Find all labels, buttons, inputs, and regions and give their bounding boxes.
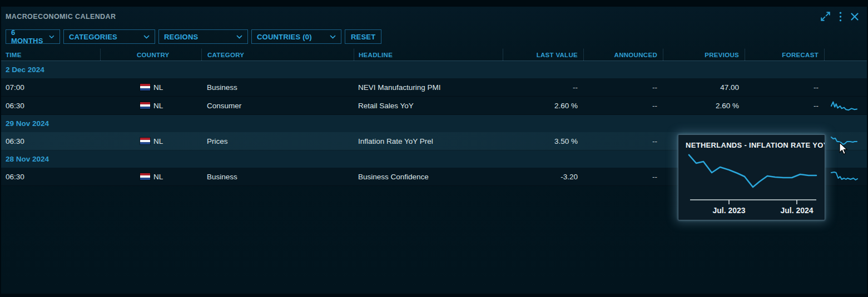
cell-sparkline <box>824 78 867 96</box>
column-header-announced[interactable]: ANNOUNCED <box>583 49 663 61</box>
titlebar-icons <box>820 11 859 22</box>
column-header-last-value[interactable]: LAST VALUE <box>503 49 583 61</box>
regions-dropdown[interactable]: REGIONS <box>158 29 248 44</box>
cell-headline: Retail Sales YoY <box>354 97 503 114</box>
period-dropdown-label: 6 MONTHS <box>11 28 44 45</box>
sparkline-chart[interactable] <box>831 171 857 182</box>
cell-previous: 47.00 <box>663 78 745 96</box>
cell-announced: -- <box>583 168 663 185</box>
reset-button[interactable]: RESET <box>345 29 381 44</box>
filter-bar: 6 MONTHS CATEGORIES REGIONS COUNTRIES (0… <box>6 29 867 44</box>
column-header-category[interactable]: CATEGORY <box>201 49 354 61</box>
column-header-forecast[interactable]: FORECAST <box>745 49 824 61</box>
cell-category: Business <box>201 78 354 96</box>
column-header-headline[interactable]: HEADLINE <box>354 49 503 61</box>
chevron-down-icon <box>330 35 336 39</box>
country-code: NL <box>153 173 163 181</box>
chevron-down-icon <box>143 35 150 39</box>
cell-category: Prices <box>201 132 354 150</box>
countries-dropdown-label: COUNTRIES (0) <box>257 33 312 41</box>
date-group-label: 29 Nov 2024 <box>1 119 49 128</box>
chevron-down-icon <box>49 35 54 39</box>
cell-last-value: -- <box>503 78 583 96</box>
cell-last-value: -3.20 <box>503 168 583 185</box>
cell-country: NL <box>100 78 201 96</box>
kebab-menu-icon[interactable] <box>839 12 842 22</box>
period-dropdown[interactable]: 6 MONTHS <box>6 29 60 44</box>
chevron-down-icon <box>236 35 242 39</box>
date-group-label: 28 Nov 2024 <box>1 155 49 163</box>
country-code: NL <box>153 137 163 145</box>
cell-forecast: -- <box>745 97 824 114</box>
cell-last-value: 3.50 % <box>503 132 583 150</box>
sparkline-chart[interactable] <box>831 100 857 111</box>
cell-country: NL <box>100 132 201 150</box>
panel-title: MACROECONOMIC CALENDAR <box>6 13 116 21</box>
date-group-row: 29 Nov 2024 <box>1 115 867 132</box>
cell-country: NL <box>100 97 201 114</box>
column-header-sparkline <box>824 49 867 61</box>
cell-announced: -- <box>583 132 663 150</box>
cell-sparkline <box>824 168 867 185</box>
cell-time: 06:30 <box>1 97 100 114</box>
expand-icon[interactable] <box>820 11 831 22</box>
tooltip-tick-jul-2024: Jul. 2024 <box>780 206 813 215</box>
table-row[interactable]: 06:30NLConsumerRetail Sales YoY2.60 %--2… <box>1 97 867 115</box>
tooltip-tick-jul-2023: Jul. 2023 <box>712 206 745 215</box>
netherlands-flag-icon <box>140 173 150 180</box>
column-header-time[interactable]: TIME <box>1 49 100 61</box>
cell-category: Consumer <box>201 97 354 114</box>
column-header-country[interactable]: COUNTRY <box>100 49 201 61</box>
country-code: NL <box>153 102 163 110</box>
netherlands-flag-icon <box>140 102 150 109</box>
cell-announced: -- <box>583 97 663 114</box>
table-row[interactable]: 07:00NLBusinessNEVI Manufacturing PMI---… <box>1 78 867 97</box>
close-icon[interactable] <box>850 12 859 21</box>
cell-forecast: -- <box>745 78 824 96</box>
cell-time: 06:30 <box>1 168 100 185</box>
regions-dropdown-label: REGIONS <box>164 33 198 41</box>
date-group-label: 2 Dec 2024 <box>1 66 44 74</box>
table-header: TIME COUNTRY CATEGORY HEADLINE LAST VALU… <box>1 49 867 61</box>
categories-dropdown-label: CATEGORIES <box>69 33 117 41</box>
cell-time: 06:30 <box>1 132 100 150</box>
tooltip-line-chart: Jul. 2023 Jul. 2024 <box>678 150 825 216</box>
cell-sparkline <box>824 97 867 114</box>
inflation-chart-tooltip: NETHERLANDS - INFLATION RATE YOY... Jul.… <box>678 134 825 220</box>
netherlands-flag-icon <box>140 84 150 90</box>
netherlands-flag-icon <box>140 138 150 144</box>
cell-time: 07:00 <box>1 78 100 96</box>
cell-last-value: 2.60 % <box>503 97 583 114</box>
tooltip-title: NETHERLANDS - INFLATION RATE YOY... <box>678 135 825 149</box>
country-code: NL <box>153 83 163 92</box>
categories-dropdown[interactable]: CATEGORIES <box>63 29 155 44</box>
cell-headline: Business Confidence <box>354 168 503 185</box>
titlebar: MACROECONOMIC CALENDAR <box>1 7 867 22</box>
cell-previous: 2.60 % <box>663 97 745 114</box>
cell-announced: -- <box>583 78 663 96</box>
date-group-row: 2 Dec 2024 <box>1 61 867 78</box>
column-header-previous[interactable]: PREVIOUS <box>663 49 745 61</box>
cell-category: Business <box>201 168 354 185</box>
cell-country: NL <box>100 168 201 185</box>
countries-dropdown[interactable]: COUNTRIES (0) <box>251 29 341 44</box>
mouse-cursor <box>839 142 850 155</box>
cell-headline: Inflation Rate YoY Prel <box>354 132 503 150</box>
cell-headline: NEVI Manufacturing PMI <box>354 78 503 96</box>
